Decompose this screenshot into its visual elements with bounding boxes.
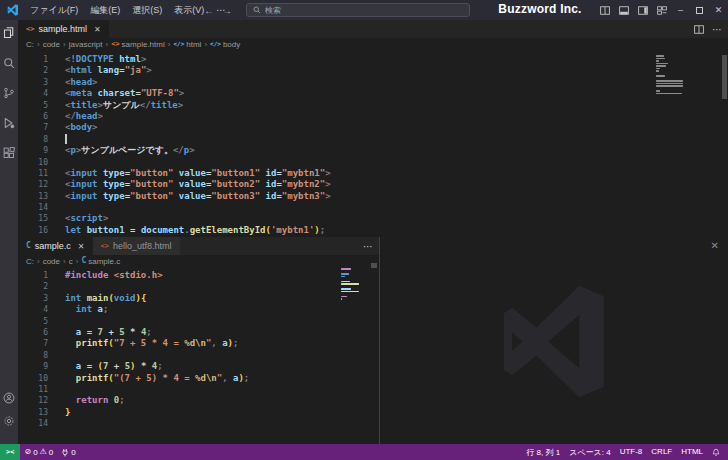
menu-item-1[interactable]: 編集(E) bbox=[84, 0, 126, 20]
code-line-text[interactable] bbox=[48, 202, 65, 213]
maximize-button[interactable] bbox=[690, 0, 709, 20]
minimap-bottom[interactable] bbox=[341, 268, 361, 303]
code-line-text[interactable]: <p>サンプルページです。</p> bbox=[48, 145, 195, 156]
plug-icon bbox=[61, 448, 69, 457]
breadcrumb-item[interactable]: Csample.c bbox=[81, 257, 120, 266]
status-right-items: 行 8, 列 1スペース: 4UTF-8CRLFHTML bbox=[526, 447, 703, 458]
code-line-text[interactable]: #include <stdio.h> bbox=[48, 270, 163, 281]
code-line-text[interactable]: a = (7 + 5) * 4; bbox=[48, 361, 163, 372]
code-line-text[interactable]: <input type="button" value="button1" id=… bbox=[48, 168, 331, 179]
line-number: 6 bbox=[18, 111, 48, 122]
scrollbar-top[interactable] bbox=[722, 55, 727, 99]
code-line-text[interactable]: <!DOCTYPE html> bbox=[48, 54, 146, 65]
breadcrumb-item[interactable]: C: bbox=[26, 40, 34, 49]
code-line-text[interactable] bbox=[48, 384, 65, 395]
code-line-text[interactable]: <input type="button" value="button3" id=… bbox=[48, 191, 331, 202]
split-editor-icon[interactable] bbox=[694, 20, 704, 38]
line-number: 5 bbox=[18, 316, 48, 327]
search-input[interactable]: 検索 bbox=[246, 3, 470, 17]
breadcrumb-item[interactable]: javascript bbox=[69, 40, 103, 49]
breadcrumb-item[interactable]: </>body bbox=[210, 40, 240, 49]
code-line: 12 return 0; bbox=[18, 395, 379, 406]
text-cursor bbox=[65, 134, 67, 144]
code-line-text[interactable]: <body> bbox=[48, 122, 98, 133]
run-debug-icon[interactable] bbox=[3, 117, 15, 129]
status-eol[interactable]: CRLF bbox=[651, 447, 672, 458]
more-actions-icon[interactable]: ⋯ bbox=[712, 24, 723, 35]
code-line: 3int main(void){ bbox=[18, 293, 379, 304]
line-number: 7 bbox=[18, 122, 48, 133]
breadcrumb-item[interactable]: C: bbox=[26, 257, 34, 266]
editor-sample-html[interactable]: 1<!DOCTYPE html>2<html lang="ja">3<head>… bbox=[18, 50, 728, 237]
code-line-text[interactable]: <head> bbox=[48, 77, 98, 88]
code-line-text[interactable]: a = 7 + 5 * 4; bbox=[48, 327, 152, 338]
ports-status[interactable]: 0 bbox=[57, 448, 79, 457]
breadcrumb-item[interactable]: c bbox=[69, 257, 73, 266]
code-line-text[interactable] bbox=[48, 157, 65, 168]
close-group-icon[interactable]: ✕ bbox=[711, 240, 719, 252]
code-line-text[interactable]: return 0; bbox=[48, 395, 125, 406]
code-line-text[interactable]: </head> bbox=[48, 111, 103, 122]
code-line-text[interactable]: <html lang="ja"> bbox=[48, 65, 152, 76]
breadcrumb-item[interactable]: code bbox=[43, 257, 60, 266]
tab-hello_utf8.html[interactable]: <>hello_utf8.html bbox=[93, 237, 180, 255]
more-actions-icon[interactable]: ⋯ bbox=[363, 241, 374, 252]
tab-sample.html[interactable]: <>sample.html✕ bbox=[18, 20, 109, 38]
code-line-text[interactable]: <script> bbox=[48, 213, 108, 224]
code-line-text[interactable]: <input type="button" value="button2" id=… bbox=[48, 179, 331, 190]
remote-indicator[interactable]: >< bbox=[0, 444, 20, 460]
tab-close-icon[interactable]: ✕ bbox=[78, 242, 85, 251]
code-line-text[interactable]: <meta charset="UTF-8"> bbox=[48, 88, 184, 99]
code-line-text[interactable]: int main(void){ bbox=[48, 293, 146, 304]
code-line-text[interactable]: <title>サンプル</title> bbox=[48, 100, 183, 111]
breadcrumb-item[interactable]: code bbox=[43, 40, 60, 49]
account-icon[interactable] bbox=[3, 392, 15, 404]
minimap-line bbox=[656, 70, 659, 72]
layout-panel-icon[interactable] bbox=[614, 0, 633, 20]
code-line-text[interactable]: printf("7 + 5 * 4 = %d\n", a); bbox=[48, 338, 238, 349]
code-line-text[interactable]: printf("(7 + 5) * 4 = %d\n", a); bbox=[48, 373, 249, 384]
code-line-text[interactable]: int a; bbox=[48, 304, 108, 315]
layout-sidebar-right-icon[interactable] bbox=[633, 0, 652, 20]
code-line: 4<meta charset="UTF-8"> bbox=[18, 88, 728, 99]
menu-item-2[interactable]: 選択(S) bbox=[126, 0, 168, 20]
minimap-top[interactable] bbox=[656, 55, 690, 95]
search-sidebar-icon[interactable] bbox=[3, 57, 15, 69]
scrollbar-bottom[interactable] bbox=[371, 263, 377, 268]
editor-sample-c[interactable]: 1#include <stdio.h>23int main(void){4 in… bbox=[18, 267, 379, 444]
status-indentation[interactable]: スペース: 4 bbox=[569, 447, 610, 458]
code-line-text[interactable] bbox=[48, 316, 65, 327]
code-line-text[interactable]: } bbox=[48, 407, 70, 418]
code-line-text[interactable] bbox=[48, 134, 65, 145]
minimap-line bbox=[656, 55, 664, 57]
breadcrumb-item[interactable]: <>sample.html bbox=[111, 40, 165, 49]
tab-sample.c[interactable]: Csample.c✕ bbox=[18, 237, 93, 255]
breadcrumb-item[interactable]: </>html bbox=[173, 40, 201, 49]
close-button[interactable]: ✕ bbox=[709, 0, 728, 20]
layout-customize-icon[interactable] bbox=[652, 0, 671, 20]
forward-icon[interactable]: → bbox=[222, 5, 232, 16]
settings-gear-icon[interactable] bbox=[3, 415, 15, 427]
problems-status[interactable]: ⊘ 0 ⚠ 0 bbox=[20, 448, 57, 457]
status-cursor-position[interactable]: 行 8, 列 1 bbox=[526, 447, 560, 458]
menu-item-0[interactable]: ファイル(F) bbox=[24, 0, 84, 20]
status-encoding[interactable]: UTF-8 bbox=[620, 447, 643, 458]
code-line-text[interactable] bbox=[48, 281, 65, 292]
extensions-icon[interactable] bbox=[3, 147, 15, 159]
minimap-line bbox=[656, 68, 660, 70]
code-line-text[interactable] bbox=[48, 418, 65, 429]
layout-split-icon[interactable] bbox=[595, 0, 614, 20]
tab-close-icon[interactable]: ✕ bbox=[94, 25, 101, 34]
line-number: 9 bbox=[18, 145, 48, 156]
breadcrumb-bottom: C:›code›c›Csample.c bbox=[18, 255, 379, 267]
explorer-icon[interactable] bbox=[3, 27, 15, 39]
back-icon[interactable]: ← bbox=[204, 5, 214, 16]
code-line-text[interactable] bbox=[48, 350, 65, 361]
notifications-bell-icon[interactable] bbox=[712, 448, 720, 457]
minimap-line bbox=[656, 80, 683, 82]
minimap-line bbox=[656, 63, 668, 65]
source-control-icon[interactable] bbox=[3, 87, 15, 99]
code-line-text[interactable]: let button1 = document.getElementById('m… bbox=[48, 225, 325, 236]
minimize-button[interactable]: – bbox=[671, 0, 690, 20]
status-language-mode[interactable]: HTML bbox=[681, 447, 703, 458]
